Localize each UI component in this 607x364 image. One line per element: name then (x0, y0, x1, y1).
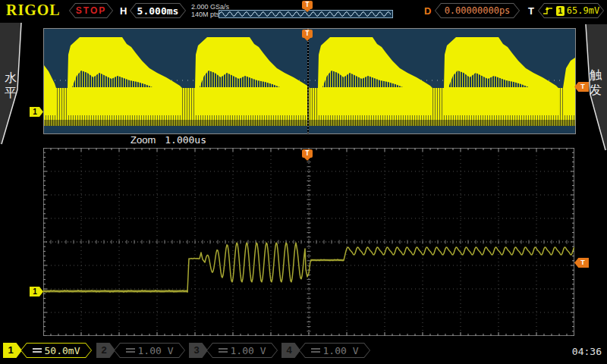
horizontal-label: H (120, 5, 127, 17)
trigger-position-marker-zoom[interactable]: T (302, 149, 313, 158)
tab-horizontal-char2: 平 (5, 86, 17, 100)
timebase-readout[interactable]: 5.000ms (130, 3, 186, 18)
tab-horizontal-char1: 水 (5, 71, 17, 85)
timebase-value: 5.000ms (131, 4, 185, 17)
zoom-scale-value: 1.000us (165, 134, 206, 146)
delay-label: D (424, 5, 431, 17)
main-waveform-display (43, 28, 576, 134)
channel4-badge[interactable]: 4 (281, 343, 300, 358)
channel4-scale-pill[interactable]: 1.00 V (299, 343, 370, 358)
delay-value: 0.00000000ps (436, 4, 519, 17)
trigger-position-marker-main[interactable]: T (302, 30, 313, 38)
trigger-edge-icon (543, 6, 554, 15)
channel-status-bar: 1 50.0mV 2 1.00 V 3 1.0 (0, 343, 607, 359)
channel1-badge[interactable]: 1 (3, 343, 22, 358)
clock: 04:36 (572, 346, 602, 357)
channel1-scale-value: 50.0mV (45, 345, 80, 356)
trigger-level-marker-zoom[interactable]: T (574, 258, 589, 268)
channel1-scale-pill[interactable]: 50.0mV (20, 343, 92, 358)
channel2-scale-pill[interactable]: 1.00 V (114, 343, 185, 358)
trigger-label: T (528, 5, 534, 17)
zoom-label: Zoom (131, 134, 156, 146)
header-bar: RIGOL STOP H 5.000ms 2.000 GSa/s 140M pt… (0, 0, 607, 21)
zoom-readout: Zoom 1.000us (131, 134, 206, 146)
channel3-scale-pill[interactable]: 1.00 V (206, 343, 278, 358)
channel1-coupling-icon (33, 348, 42, 353)
trigger-position-marker-header[interactable]: T (302, 1, 313, 9)
trigger-source-badge: 1 (556, 6, 565, 16)
channel4-coupling-icon (311, 348, 320, 353)
channel1-offset-marker-zoom[interactable]: 1 (30, 287, 43, 297)
rigol-logo: RIGOL (6, 2, 61, 19)
tab-trigger-char1: 触 (590, 67, 602, 82)
trigger-level-value: 65.9mV (567, 5, 599, 16)
channel3-badge[interactable]: 3 (189, 343, 208, 358)
channel3-scale-value: 1.00 V (231, 345, 266, 356)
channel4-scale-value: 1.00 V (323, 345, 359, 356)
trigger-readout[interactable]: 1 65.9mV (538, 3, 604, 18)
run-state-label: STOP (70, 4, 112, 17)
run-state-button[interactable]: STOP (69, 3, 113, 18)
delay-readout[interactable]: 0.00000000ps (435, 3, 520, 18)
tab-horizontal-menu[interactable]: 水 平 (0, 23, 29, 148)
tab-trigger-char2: 发 (590, 83, 602, 97)
channel2-badge[interactable]: 2 (96, 343, 115, 358)
channel3-coupling-icon (219, 348, 228, 353)
trigger-level-marker-main[interactable]: T (574, 82, 589, 92)
oscilloscope-screen: RIGOL STOP H 5.000ms 2.000 GSa/s 140M pt… (0, 0, 607, 364)
channel2-scale-value: 1.00 V (138, 345, 174, 356)
channel1-offset-marker-main[interactable]: 1 (30, 107, 43, 117)
channel2-coupling-icon (126, 348, 135, 353)
zoom-waveform-display (43, 148, 574, 336)
